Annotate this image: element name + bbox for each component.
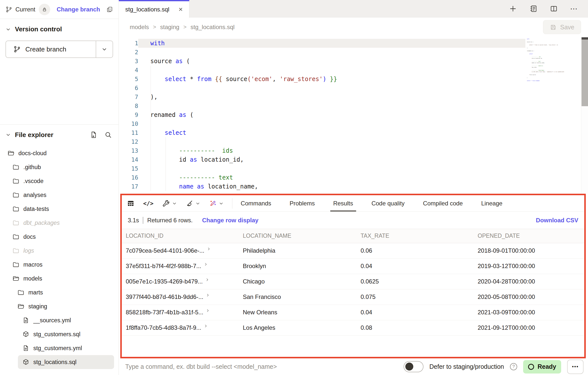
download-csv-link[interactable]: Download CSV: [536, 217, 578, 224]
results-tab-code-quality[interactable]: Code quality: [371, 195, 406, 212]
chevron-down-icon: [195, 201, 200, 206]
file-name: __sources.yml: [33, 317, 71, 324]
code-line-2[interactable]: 2: [119, 48, 588, 57]
more-actions-button[interactable]: •••: [567, 360, 584, 374]
file-name: models: [23, 275, 42, 282]
preview-table-icon[interactable]: [127, 199, 135, 207]
file-tree-item-vscode[interactable]: .vscode: [0, 174, 119, 188]
file-tree-item-logs[interactable]: logs: [0, 244, 119, 258]
split-pane-icon[interactable]: [550, 5, 558, 13]
code-editor[interactable]: 1with23source as (45 select * from {{ so…: [119, 37, 588, 194]
new-tab-icon[interactable]: [509, 5, 517, 13]
more-options-icon[interactable]: ⋯: [570, 4, 578, 13]
indent-guide: [166, 137, 166, 191]
copy-icon[interactable]: [106, 6, 113, 13]
results-tab-commands[interactable]: Commands: [240, 195, 272, 212]
new-file-icon[interactable]: [90, 131, 98, 139]
file-tree-item-data-tests[interactable]: data-tests: [0, 202, 119, 216]
code-line-5[interactable]: 5 select * from {{ source('ecom', 'raw_s…: [119, 75, 588, 84]
file-name: data-tests: [23, 206, 49, 212]
folder-icon: [12, 233, 19, 240]
code-line-4[interactable]: 4: [119, 66, 588, 75]
folder-icon: [12, 178, 19, 185]
file-tree-item-github[interactable]: .github: [0, 160, 119, 174]
file-tree-item-analyses[interactable]: analyses: [0, 188, 119, 202]
id-value: 1f8ffa70-7cb5-4d83-8a7f-9...: [126, 324, 201, 331]
help-icon[interactable]: ?: [510, 363, 517, 370]
file-tree-item-sources-yml[interactable]: __sources.yml: [0, 313, 119, 327]
table-row: 7c079cea-5ed4-4101-906e-...Philadelphia0…: [122, 243, 584, 258]
code-text: ---------- ids: [138, 146, 525, 155]
code-text: with: [138, 39, 525, 48]
breadcrumb: models > staging > stg_locations.sql: [130, 24, 235, 31]
git-branch-icon: [5, 6, 12, 13]
chevron-down-icon[interactable]: [5, 132, 11, 138]
file-tree-item-models[interactable]: models: [0, 272, 119, 285]
current-branch-label: Current: [15, 6, 35, 13]
chev-right-icon: [206, 309, 210, 313]
code-line-15[interactable]: 15: [119, 164, 588, 173]
file-tree-item-macros[interactable]: macros: [0, 258, 119, 272]
search-icon[interactable]: [104, 131, 112, 139]
file-tree-item-dbt-packages[interactable]: dbt_packages: [0, 216, 119, 230]
version-control-header[interactable]: Version control: [5, 25, 113, 33]
build-tools-dropdown[interactable]: [162, 199, 177, 207]
results-table-header: LOCATION_IDLOCATION_NAMETAX_RATEOPENED_D…: [122, 229, 584, 243]
code-line-3[interactable]: 3source as (: [119, 57, 588, 66]
results-tab-lineage[interactable]: Lineage: [480, 195, 503, 212]
breadcrumb-staging[interactable]: staging: [160, 24, 179, 31]
branch-bar: Current Change branch: [0, 0, 119, 19]
version-control-title: Version control: [15, 25, 62, 33]
code-line-9[interactable]: 9renamed as (: [119, 110, 588, 119]
cell: 2020-04-28T00:00:00: [474, 274, 584, 289]
code-line-10[interactable]: 10: [119, 119, 588, 128]
file-tree-item-docs[interactable]: docs: [0, 230, 119, 244]
scrollbar-thumb[interactable]: [582, 40, 588, 106]
code-line-12[interactable]: 12: [119, 137, 588, 146]
defer-toggle[interactable]: [404, 361, 423, 372]
command-input[interactable]: Type a command, ex. dbt build --select <…: [125, 363, 277, 370]
indent-guide: [151, 66, 151, 191]
tab-stg-locations-sql[interactable]: stg_locations.sql ×: [119, 0, 189, 18]
editor-minimap[interactable]: with source as ( select * from {{ source…: [527, 38, 564, 82]
table-row: 37e5f311-b7f4-4f2f-988b-7...Brooklyn0.04…: [122, 258, 584, 274]
file-tree-item-docs-cloud[interactable]: docs-cloud: [0, 146, 119, 160]
code-line-7[interactable]: 7),: [119, 93, 588, 101]
create-branch-button[interactable]: Create branch: [6, 41, 96, 57]
file-tree-item-stg-customers-sql[interactable]: stg_customers.sql: [0, 327, 119, 341]
file-tree-item-stg-locations-sql[interactable]: stg_locations.sql: [18, 355, 114, 369]
editor-scrollbar[interactable]: [581, 37, 588, 194]
cell: Philadelphia: [239, 243, 357, 258]
code-line-14[interactable]: 14 id as location_id,: [119, 155, 588, 164]
code-line-17[interactable]: 17 name as location_name,: [119, 182, 588, 191]
create-branch-dropdown[interactable]: [96, 41, 113, 57]
line-number: 1: [119, 39, 138, 48]
code-line-6[interactable]: 6: [119, 84, 588, 93]
column-header-opened-date: OPENED_DATE: [474, 229, 584, 243]
code-line-13[interactable]: 13 ---------- ids: [119, 146, 588, 155]
file-tree-item-staging[interactable]: staging: [0, 299, 119, 313]
results-tab-problems[interactable]: Problems: [289, 195, 316, 212]
results-tab-compiled-code[interactable]: Compiled code: [422, 195, 464, 212]
breadcrumb-models[interactable]: models: [130, 24, 149, 31]
code-line-8[interactable]: 8: [119, 101, 588, 110]
compile-code-icon[interactable]: </>: [143, 200, 154, 207]
change-branch-link[interactable]: Change branch: [57, 6, 100, 13]
close-icon[interactable]: ×: [179, 6, 183, 13]
journal-icon[interactable]: [529, 5, 537, 13]
file-icon: [22, 345, 29, 352]
cell: Brooklyn: [239, 258, 357, 274]
code-line-11[interactable]: 11 select: [119, 128, 588, 137]
results-tab-results[interactable]: Results: [332, 195, 354, 212]
code-line-1[interactable]: 1with: [119, 39, 588, 48]
ai-assist-dropdown[interactable]: [209, 199, 224, 207]
save-button[interactable]: Save: [543, 20, 581, 34]
toggle-knob: [405, 363, 413, 371]
file-tree-item-marts[interactable]: marts: [0, 285, 119, 299]
file-tree-item-stg-customers-yml[interactable]: stg_customers.yml: [0, 341, 119, 355]
format-dropdown[interactable]: [185, 199, 200, 207]
code-line-16[interactable]: 16 ---------- text: [119, 173, 588, 182]
file-name: marts: [28, 289, 43, 296]
change-row-display-link[interactable]: Change row display: [202, 217, 258, 224]
model-icon: [22, 359, 29, 366]
